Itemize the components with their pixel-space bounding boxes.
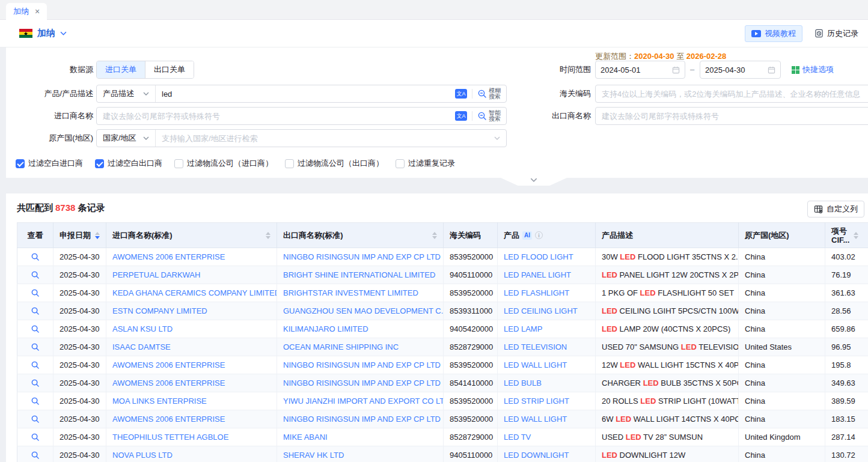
search-icon xyxy=(477,89,487,99)
col-origin: 原产国(地区) xyxy=(739,223,825,248)
product-link[interactable]: LED DOWNLIGHT xyxy=(504,451,569,460)
exporter-link[interactable]: NINGBO RISINGSUN IMP AND EXP CP LTD xyxy=(283,360,441,369)
importer-link[interactable]: NOVA PLUS LTD xyxy=(112,451,173,460)
view-record-icon[interactable] xyxy=(29,395,42,408)
sort-icons[interactable] xyxy=(432,232,437,239)
smart-search-button[interactable]: 智能搜索 xyxy=(477,110,506,122)
filter-checkbox[interactable]: 过滤重复记录 xyxy=(396,158,455,169)
date-start-input[interactable]: 2024-05-01 xyxy=(595,61,685,79)
origin-country-cell: China xyxy=(739,356,825,374)
exporter-link[interactable]: NINGBO RISINGSUN IMP AND EXP CP LTD xyxy=(283,378,441,388)
product-link[interactable]: LED WALL LIGHT xyxy=(504,415,567,424)
importer-link[interactable]: AWOMENS 2006 ENTERPRISE xyxy=(112,360,225,369)
product-link[interactable]: LED FLOOD LIGHT xyxy=(504,252,573,261)
view-record-icon[interactable] xyxy=(29,287,42,300)
close-icon[interactable]: × xyxy=(35,7,40,16)
origin-country-cell: United Kingdom xyxy=(739,428,825,446)
view-record-icon[interactable] xyxy=(29,431,42,444)
exporter-link[interactable]: OCEAN MARINE SHIPPING INC xyxy=(283,342,399,351)
exporter-link[interactable]: YIWU JIANZHI IMPORT AND EXPORT CO LTD xyxy=(283,397,444,406)
view-record-icon[interactable] xyxy=(29,377,42,390)
product-link[interactable]: LED FLASHLIGHT xyxy=(504,288,569,297)
exporter-link[interactable]: NINGBO RISINGSUN IMP AND EXP CP LTD xyxy=(283,415,441,424)
importer-link[interactable]: MOA LINKS ENTERPRISE xyxy=(112,397,207,406)
product-link[interactable]: LED LAMP xyxy=(504,324,542,333)
product-link[interactable]: LED PANEL LIGHT xyxy=(504,270,571,279)
exporter-link[interactable]: BRIGHTSTAR INVESTMENT LIMITED xyxy=(283,288,418,297)
exporter-link[interactable]: BRIGHT SHINE INTERNATIONAL LIMITED xyxy=(283,270,435,279)
exporter-link[interactable]: SHERAV HK LTD xyxy=(283,451,344,460)
search-icon xyxy=(477,111,487,121)
view-record-icon[interactable] xyxy=(29,269,42,282)
checkbox-box[interactable] xyxy=(285,159,294,168)
exporter-link[interactable]: GUANGZHOU SEN MAO DEVELOPMENT C... xyxy=(283,306,444,315)
exporter-link[interactable]: KILIMANJARO LIMITED xyxy=(283,324,368,333)
region-type-select[interactable]: 国家/地区 xyxy=(97,130,156,147)
video-tutorial-button[interactable]: 视频教程 xyxy=(745,25,802,42)
product-link[interactable]: LED TELEVISION xyxy=(504,342,567,351)
history-button[interactable]: 历史记录 xyxy=(812,25,861,42)
filter-checkbox[interactable]: 过滤物流公司（出口商） xyxy=(285,158,384,169)
view-record-icon[interactable] xyxy=(29,305,42,318)
exporter-input[interactable] xyxy=(596,112,868,121)
sort-icons[interactable] xyxy=(266,232,270,239)
product-link[interactable]: LED BULB xyxy=(504,378,542,388)
hs-code-cell: 9405110000 xyxy=(444,446,498,462)
tab-import-declarations[interactable]: 进口关单 xyxy=(97,61,145,78)
fuzzy-search-button[interactable]: 模糊搜索 xyxy=(477,88,506,100)
importer-link[interactable]: ESTN COMPANY LIMITED xyxy=(112,306,207,315)
col-exporter[interactable]: 出口商名称(标准) xyxy=(277,223,444,248)
importer-link[interactable]: PERPETUAL DARKWAH xyxy=(112,270,200,279)
description-cell: USED 70" SAMSUNG LED TELEVISION xyxy=(596,338,739,356)
importer-input[interactable] xyxy=(97,112,455,121)
chevron-down-icon[interactable] xyxy=(494,136,500,140)
translate-icon[interactable]: 文A xyxy=(455,111,467,121)
filter-panel: 更新范围：2020-04-30 至 2026-02-28 数据源 进口关单 出口… xyxy=(6,47,868,178)
country-selector[interactable]: 加纳 xyxy=(19,28,67,39)
collapse-filters-tab[interactable] xyxy=(501,178,567,186)
origin-input[interactable] xyxy=(156,134,494,143)
importer-link[interactable]: ASLAN KSU LTD xyxy=(112,324,173,333)
col-item-cif[interactable]: 项号CIF... xyxy=(825,223,868,248)
quick-options-link[interactable]: 快捷选项 xyxy=(792,61,834,79)
product-link[interactable]: LED WALL LIGHT xyxy=(504,360,567,369)
product-link[interactable]: LED TV xyxy=(504,433,531,442)
view-record-icon[interactable] xyxy=(29,413,42,426)
hs-code-input[interactable] xyxy=(596,90,868,99)
declare-date-cell: 2025-04-30 xyxy=(53,302,106,320)
translate-icon[interactable]: 文A xyxy=(455,89,467,99)
product-input[interactable] xyxy=(156,90,455,99)
info-icon[interactable]: i xyxy=(535,231,543,239)
product-link[interactable]: LED CEILING LIGHT xyxy=(504,306,578,315)
view-record-icon[interactable] xyxy=(29,323,42,336)
importer-link[interactable]: THEOPHILUS TETTEH AGBLOE xyxy=(112,433,228,442)
checkbox-box[interactable] xyxy=(174,159,183,168)
view-record-icon[interactable] xyxy=(29,251,42,264)
importer-link[interactable]: AWOMENS 2006 ENTERPRISE xyxy=(112,252,225,261)
date-end-input[interactable]: 2025-04-30 xyxy=(700,61,781,79)
tab-export-declarations[interactable]: 出口关单 xyxy=(145,61,194,78)
sort-icons[interactable] xyxy=(95,232,100,239)
view-record-icon[interactable] xyxy=(29,341,42,354)
sort-icons[interactable] xyxy=(854,232,858,239)
col-importer[interactable]: 进口商名称(标准) xyxy=(106,223,277,248)
checkbox-box[interactable] xyxy=(16,159,25,168)
filter-checkbox[interactable]: 过滤物流公司（进口商） xyxy=(174,158,273,169)
view-record-icon[interactable] xyxy=(29,359,42,372)
product-link[interactable]: LED STRIP LIGHT xyxy=(504,397,569,406)
importer-link[interactable]: AWOMENS 2006 ENTERPRISE xyxy=(112,378,225,388)
exporter-link[interactable]: MIKE ABANI xyxy=(283,433,328,442)
page-tab[interactable]: 加纳 × xyxy=(6,3,47,20)
col-declare-date[interactable]: 申报日期 xyxy=(53,223,106,248)
importer-link[interactable]: AWOMENS 2006 ENTERPRISE xyxy=(112,415,225,424)
filter-checkbox[interactable]: 过滤空白出口商 xyxy=(95,158,162,169)
importer-link[interactable]: ISAAC DAMTSE xyxy=(112,342,171,351)
product-type-select[interactable]: 产品描述 xyxy=(97,85,156,102)
filter-checkbox[interactable]: 过滤空白进口商 xyxy=(16,158,83,169)
customize-columns-button[interactable]: 自定义列 xyxy=(807,201,864,217)
checkbox-box[interactable] xyxy=(95,159,104,168)
exporter-link[interactable]: NINGBO RISINGSUN IMP AND EXP CP LTD xyxy=(283,252,441,261)
view-record-icon[interactable] xyxy=(29,449,42,462)
checkbox-box[interactable] xyxy=(396,159,405,168)
importer-link[interactable]: KEDA GHANA CERAMICS COMPANY LIMITED xyxy=(112,288,277,297)
